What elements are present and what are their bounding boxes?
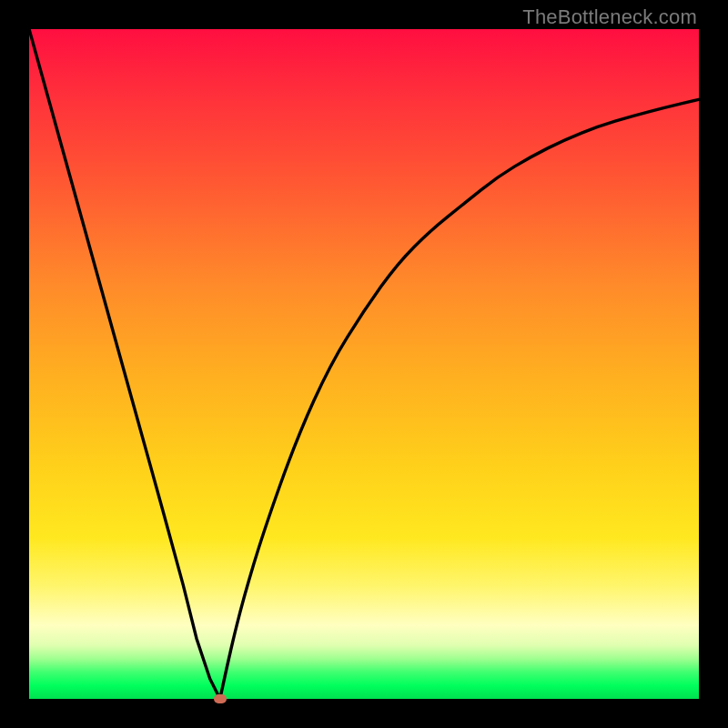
minimum-marker	[214, 694, 227, 703]
bottleneck-curve	[29, 29, 699, 699]
curve-right-branch	[220, 99, 699, 699]
chart-frame: TheBottleneck.com	[0, 0, 728, 728]
watermark-text: TheBottleneck.com	[522, 5, 697, 29]
curve-left-branch	[29, 29, 220, 699]
chart-plot-area	[29, 29, 699, 699]
